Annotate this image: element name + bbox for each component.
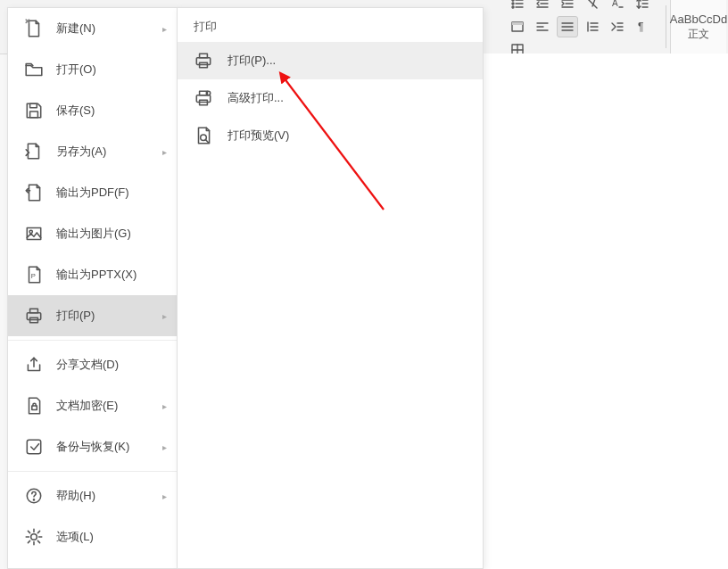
new-file-icon [24,19,44,38]
svg-rect-43 [27,313,40,320]
save-as-icon [24,142,44,161]
submenu-advanced-print[interactable]: 高级打印... [178,79,483,117]
submenu-print-preview[interactable]: 打印预览(V) [178,117,483,154]
menu-save-as[interactable]: 另存为(A) ▸ [8,131,178,172]
svg-point-41 [29,230,32,233]
svg-text:P: P [31,272,36,280]
menu-export-image-label: 输出为图片(G) [56,226,167,242]
svg-rect-51 [196,58,210,65]
printer-icon [24,306,44,326]
document-canvas [482,54,728,569]
file-menu: 新建(N) ▸ 打开(O) 保存(S) 另存为(A) ▸ 输出为PDF(F) 输… [7,7,178,569]
align-justify-icon[interactable] [557,16,578,37]
menu-export-pptx[interactable]: P 输出为PPTX(X) [8,254,178,295]
submenu-arrow-icon: ▸ [162,401,167,411]
menu-export-pdf-label: 输出为PDF(F) [56,185,167,201]
printer-settings-icon [194,88,213,108]
menu-encrypt[interactable]: 文档加密(E) ▸ [8,385,178,426]
menu-help[interactable]: 帮助(H) ▸ [8,475,178,516]
submenu-arrow-icon: ▸ [162,442,167,452]
svg-rect-52 [200,54,208,57]
svg-rect-39 [30,111,38,118]
print-preview-icon [194,126,213,145]
text-direction-icon[interactable]: A [607,0,628,14]
style-sample-text: AaBbCcDd [670,12,727,26]
menu-print[interactable]: 打印(P) ▸ [8,295,178,336]
submenu-arrow-icon: ▸ [162,311,167,321]
menu-divider [8,471,178,472]
menu-export-pdf[interactable]: 输出为PDF(F) [8,172,178,213]
style-normal[interactable]: AaBbCcDd 正文 [670,0,726,54]
folder-open-icon [24,60,44,79]
svg-point-50 [31,534,37,540]
spacing-icon[interactable] [632,0,653,14]
menu-new-label: 新建(N) [56,21,159,37]
menu-open-label: 打开(O) [56,62,167,78]
pptx-icon: P [24,265,44,284]
shading-icon[interactable] [507,16,528,37]
submenu-print-label: 打印(P)... [228,53,467,69]
svg-rect-54 [196,95,210,103]
app-root: A ¶ AaBbCcDd 正文 新建(N) ▸ [0,0,728,569]
paragraph-group: A ¶ [501,0,662,54]
svg-rect-47 [27,440,40,453]
svg-text:A: A [612,0,618,8]
menu-share-label: 分享文档(D) [56,357,167,373]
image-icon [24,224,44,243]
line-spacing-icon[interactable] [582,16,603,37]
ribbon-right-group: A ¶ AaBbCcDd 正文 [501,0,726,54]
menu-encrypt-label: 文档加密(E) [56,398,159,414]
printer-icon [194,51,213,70]
save-icon [24,101,44,120]
svg-point-49 [33,499,34,500]
submenu-arrow-icon: ▸ [162,24,167,34]
menu-divider [8,340,178,341]
svg-rect-20 [512,22,523,25]
lock-icon [24,396,44,416]
print-submenu: 打印 打印(P)... 高级打印... 打印预览(V) [177,7,484,569]
bullets-icon[interactable] [507,0,528,14]
pdf-icon [24,183,44,202]
menu-backup-label: 备份与恢复(K) [56,439,159,455]
clear-format-icon[interactable] [582,0,603,14]
menu-share[interactable]: 分享文档(D) [8,344,178,385]
menu-export-pptx-label: 输出为PPTX(X) [56,267,167,283]
menu-print-label: 打印(P) [56,308,159,324]
indent-right-icon[interactable] [557,0,578,14]
print-submenu-header: 打印 [178,8,483,42]
svg-rect-44 [30,309,38,312]
svg-rect-40 [27,227,40,239]
svg-point-57 [206,91,210,95]
help-icon [24,486,44,506]
align-left-icon[interactable] [532,16,553,37]
menu-backup[interactable]: 备份与恢复(K) ▸ [8,426,178,467]
svg-point-2 [512,3,514,4]
svg-point-4 [512,6,514,8]
share-icon [24,355,44,375]
svg-point-0 [512,0,514,1]
svg-text:¶: ¶ [638,21,643,33]
menu-open[interactable]: 打开(O) [8,49,178,90]
svg-rect-38 [30,103,37,107]
submenu-arrow-icon: ▸ [162,147,167,157]
tabs-icon[interactable] [607,16,628,37]
indent-left-icon[interactable] [532,0,553,14]
toolbar-separator [666,5,666,48]
menu-save-label: 保存(S) [56,103,167,119]
paragraph-mark-icon[interactable]: ¶ [632,16,653,37]
submenu-print-preview-label: 打印预览(V) [228,128,467,144]
menu-save-as-label: 另存为(A) [56,144,159,160]
backup-icon [24,437,44,457]
submenu-advanced-print-label: 高级打印... [228,90,467,106]
menu-options-label: 选项(L) [56,529,167,545]
menu-save[interactable]: 保存(S) [8,90,178,131]
menu-export-image[interactable]: 输出为图片(G) [8,213,178,254]
style-name-text: 正文 [688,27,709,42]
submenu-arrow-icon: ▸ [162,491,167,501]
submenu-print[interactable]: 打印(P)... [178,42,483,79]
gear-icon [24,527,44,547]
svg-line-59 [205,139,208,142]
menu-help-label: 帮助(H) [56,488,159,504]
menu-options[interactable]: 选项(L) [8,516,178,557]
menu-new[interactable]: 新建(N) ▸ [8,8,178,49]
